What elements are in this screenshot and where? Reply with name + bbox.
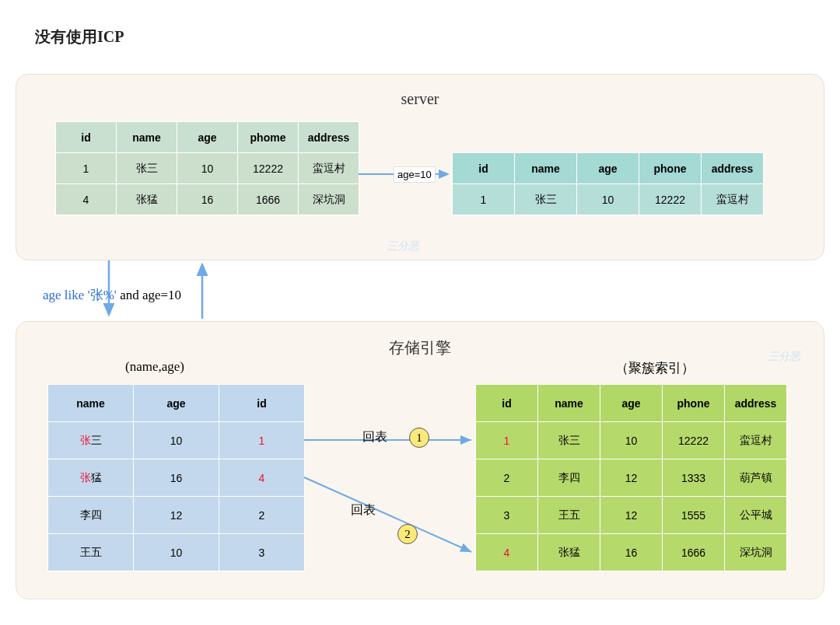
lookup-label-2: 回表 xyxy=(351,502,376,519)
cell: 12 xyxy=(134,497,219,534)
table-row: 1 张三 10 12222 蛮逗村 xyxy=(453,184,764,215)
cell: 2 xyxy=(476,459,538,497)
table-row: 张猛 16 4 xyxy=(48,459,305,497)
filter-label: age=10 xyxy=(394,166,436,183)
server-panel: server id name age phome address 1 张三 10… xyxy=(16,74,824,260)
cell: 12222 xyxy=(639,184,702,215)
cell: 张猛 xyxy=(117,184,177,215)
table-row: 4 张猛 16 1666 深坑洞 xyxy=(56,184,359,215)
page-title: 没有使用ICP xyxy=(35,26,124,47)
cell: 1333 xyxy=(663,459,725,497)
cell: 10 xyxy=(600,422,663,459)
cell: 张三 xyxy=(48,422,134,459)
cell: 葫芦镇 xyxy=(725,459,787,497)
col-header: id xyxy=(453,153,515,184)
cell: 2 xyxy=(219,497,305,534)
condition-label: age like '张%' and age=10 xyxy=(43,286,181,304)
cell: 3 xyxy=(476,497,538,534)
table-row: 王五 10 3 xyxy=(48,534,305,571)
table-header-row: name age id xyxy=(48,385,305,422)
cell: 4 xyxy=(56,184,117,215)
server-title: server xyxy=(401,90,439,108)
cell: 12222 xyxy=(663,422,725,459)
storage-panel: 存储引擎 (name,age) （聚簇索引） name age id 张三 10… xyxy=(16,321,824,599)
signature: 三分恶 xyxy=(768,350,800,364)
cell: 12 xyxy=(600,459,663,497)
cell: 张三 xyxy=(538,422,600,459)
cell: 4 xyxy=(476,534,538,571)
cell: 10 xyxy=(134,422,219,459)
signature: 三分恶 xyxy=(387,239,419,253)
table-row: 1 张三 10 12222 蛮逗村 xyxy=(476,422,787,459)
table-row: 李四 12 2 xyxy=(48,497,305,534)
cell: 张三 xyxy=(515,184,577,215)
col-header: name xyxy=(515,153,577,184)
cell: 蛮逗村 xyxy=(299,153,359,184)
table-row: 3 王五 12 1555 公平城 xyxy=(476,497,787,534)
table-header-row: id name age phone address xyxy=(453,153,764,184)
cell: 1 xyxy=(56,153,117,184)
cell: 张猛 xyxy=(48,459,134,497)
col-header: address xyxy=(299,122,359,153)
server-left-table: id name age phome address 1 张三 10 12222 … xyxy=(55,121,359,215)
clustered-table: id name age phone address 1 张三 10 12222 … xyxy=(475,384,787,571)
server-right-table: id name age phone address 1 张三 10 12222 … xyxy=(452,152,764,215)
svg-line-4 xyxy=(304,477,471,552)
cell: 蛮逗村 xyxy=(725,422,787,459)
step-1-circle: 1 xyxy=(409,428,429,448)
cell: 王五 xyxy=(48,534,134,571)
cell: 10 xyxy=(134,534,219,571)
cell: 3 xyxy=(219,534,305,571)
cell: 深坑洞 xyxy=(299,184,359,215)
step-2-circle: 2 xyxy=(397,524,418,544)
table-header-row: id name age phone address xyxy=(476,385,787,422)
cell: 张猛 xyxy=(538,534,600,571)
cell: 16 xyxy=(134,459,219,497)
storage-title: 存储引擎 xyxy=(389,337,451,358)
cell: 深坑洞 xyxy=(725,534,787,571)
col-header: address xyxy=(725,385,787,422)
cell: 1 xyxy=(453,184,515,215)
cell: 16 xyxy=(177,184,238,215)
col-header: id xyxy=(219,385,305,422)
col-header: phome xyxy=(238,122,299,153)
cell: 16 xyxy=(600,534,663,571)
col-header: age xyxy=(577,153,639,184)
col-header: age xyxy=(600,385,663,422)
col-header: id xyxy=(56,122,117,153)
table-row: 4 张猛 16 1666 深坑洞 xyxy=(476,534,787,571)
cell: 1555 xyxy=(663,497,725,534)
col-header: name xyxy=(48,385,134,422)
index-table: name age id 张三 10 1 张猛 16 4 李四 12 2 王五 1… xyxy=(47,384,305,571)
cell: 4 xyxy=(219,459,305,497)
cell: 李四 xyxy=(48,497,134,534)
table-row: 张三 10 1 xyxy=(48,422,305,459)
lookup-label-1: 回表 xyxy=(362,429,387,445)
col-header: address xyxy=(702,153,764,184)
clustered-label: （聚簇索引） xyxy=(615,359,695,377)
table-row: 1 张三 10 12222 蛮逗村 xyxy=(56,153,359,184)
col-header: name xyxy=(117,122,177,153)
cell: 王五 xyxy=(538,497,600,534)
col-header: age xyxy=(134,385,219,422)
cell: 10 xyxy=(577,184,639,215)
cell: 12222 xyxy=(238,153,299,184)
col-header: id xyxy=(476,385,538,422)
table-row: 2 李四 12 1333 葫芦镇 xyxy=(476,459,787,497)
col-header: phone xyxy=(639,153,702,184)
cell: 1 xyxy=(476,422,538,459)
cell: 1 xyxy=(219,422,305,459)
cell: 1666 xyxy=(663,534,725,571)
cell: 12 xyxy=(600,497,663,534)
cell: 1666 xyxy=(238,184,299,215)
col-header: name xyxy=(538,385,600,422)
cell: 张三 xyxy=(117,153,177,184)
cell: 10 xyxy=(177,153,238,184)
cell: 蛮逗村 xyxy=(702,184,764,215)
cell: 公平城 xyxy=(725,497,787,534)
col-header: age xyxy=(177,122,238,153)
table-header-row: id name age phome address xyxy=(56,122,359,153)
cell: 李四 xyxy=(538,459,600,497)
index-label: (name,age) xyxy=(125,359,184,375)
col-header: phone xyxy=(663,385,725,422)
